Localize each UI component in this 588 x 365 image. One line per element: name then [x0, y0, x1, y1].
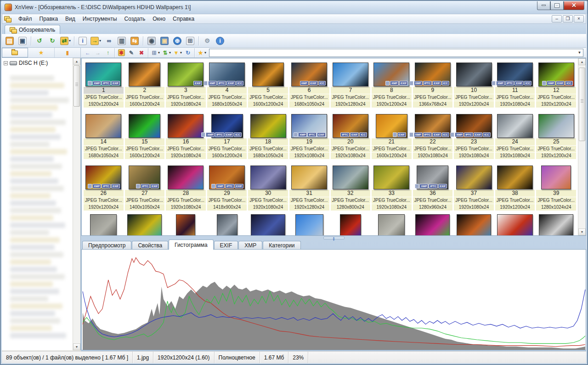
thumbnail-cell[interactable] [84, 214, 124, 235]
thumbnail-image[interactable]: XMPIPTCEXIFICC [454, 111, 494, 138]
thumbnail-cell[interactable] [207, 214, 247, 235]
thumbnail-cell[interactable]: XMPIPTCEXIF1JPEG TrueColor...1920x1200x2… [84, 60, 124, 111]
mdi-restore-button[interactable]: ❐ [563, 15, 573, 23]
menu-item-5[interactable]: Окно [149, 14, 169, 23]
thumbnail-image[interactable] [125, 60, 165, 86]
thumbnail-image[interactable]: IPTCEXIF [125, 163, 165, 189]
settings-button[interactable]: ⚙ [201, 35, 213, 46]
thumbnail-cell[interactable]: 31JPEG TrueColor...1920x1280x24 [289, 163, 329, 214]
slideshow-button[interactable]: ▣ [158, 35, 170, 46]
thumbnail-cell[interactable]: XMPIPTCEXIFICC17JPEG TrueColor...1600x12… [207, 111, 247, 162]
thumbnail-cell[interactable] [454, 214, 494, 235]
thumbnail-image[interactable]: XMPEXIFICC [289, 60, 329, 86]
folders-tab[interactable] [2, 48, 28, 57]
new-folder-button[interactable]: ✱ [116, 48, 126, 57]
thumbnail-cell[interactable] [495, 214, 535, 235]
tab-browser[interactable]: Обозреватель [5, 25, 60, 34]
splitter-grip-icon[interactable]: ▲▼ [323, 236, 345, 240]
thumbnail-cell[interactable]: 18JPEG TrueColor...1680x1050x24 [248, 111, 288, 162]
delete-button[interactable]: ✖ [136, 48, 147, 57]
menu-item-0[interactable]: Файл [15, 14, 36, 23]
thumbnail-cell[interactable]: XMPEXIF8JPEG TrueColor...1920x1200x24 [372, 60, 412, 111]
file-info-button[interactable]: i [77, 35, 89, 46]
thumbnail-cell[interactable]: XMPIPTCEXIF19JPEG TrueColor...1920x1080x… [289, 111, 329, 162]
thumbnail-cell[interactable]: 10JPEG TrueColor...1920x1200x24 [454, 60, 494, 111]
thumbnail-image[interactable]: XMPIPTCEXIF [84, 60, 124, 86]
thumbnail-image[interactable]: IPTCEXIFICC [331, 111, 371, 138]
search-button[interactable]: ∞ [103, 35, 115, 46]
thumbnail-cell[interactable]: 37JPEG TrueColor...1920x1080x24 [454, 163, 494, 214]
capture-button[interactable]: ◉ [146, 35, 158, 46]
thumbnail-image[interactable]: EXIF [372, 111, 412, 138]
info-button[interactable]: i [214, 35, 226, 46]
close-button[interactable]: ✕ [564, 1, 584, 10]
thumbnail-cell[interactable]: EXIF21JPEG TrueColor...1600x1200x24 [372, 111, 412, 162]
thumbnail-image[interactable] [372, 214, 412, 235]
thumbnail-image[interactable] [536, 214, 576, 235]
thumbnail-cell[interactable]: 30JPEG TrueColor...1920x1080x24 [248, 163, 288, 214]
thumbnail-image[interactable]: XMPIPTCEXIFICC [495, 60, 535, 86]
thumbnail-image[interactable] [248, 60, 288, 86]
back-button[interactable]: ← [83, 48, 93, 57]
thumbnail-cell[interactable] [536, 214, 576, 235]
tree-item-disc-h[interactable]: DISC H (E:) [2, 58, 80, 68]
thumbnail-image[interactable] [166, 163, 206, 189]
thumbnail-image[interactable] [536, 111, 576, 138]
thumbnail-cell[interactable]: EXIF3JPEG TrueColor...1920x1080x24 [166, 60, 206, 111]
grid-vertical-scrollbar[interactable]: ▲ ▼ [578, 58, 586, 235]
thumbnail-cell[interactable]: XMPIPTCEXIF29JPEG TrueColor...1418x900x2… [207, 163, 247, 214]
thumbnail-image[interactable] [289, 163, 329, 189]
thumbnail-cell[interactable]: 15JPEG TrueColor...1600x1200x24 [125, 111, 165, 162]
open-with-button[interactable]: →▾ [90, 35, 102, 46]
info-tab-гистограмма[interactable]: Гистограмма [169, 240, 213, 250]
view-mode-button[interactable]: ⊞▾ [150, 48, 161, 57]
thumbnail-image[interactable]: XMPIPTCEXIF [207, 163, 247, 189]
thumbnail-image[interactable] [248, 163, 288, 189]
thumbnail-image[interactable]: XMPIPTCEXIFICC [207, 111, 247, 138]
thumbnail-image[interactable] [454, 163, 494, 189]
refresh-button[interactable]: ↻ [183, 48, 193, 57]
thumbnail-cell[interactable]: XMPIPTCEXIFICC4JPEG TrueColor...1680x105… [207, 60, 247, 111]
convert-button[interactable]: ⇆ [129, 35, 141, 46]
thumbnail-image[interactable] [495, 214, 535, 235]
thumbnail-cell[interactable] [331, 214, 371, 235]
scroll-down-icon[interactable]: ▼ [73, 343, 80, 350]
menu-item-4[interactable]: Создать [121, 14, 149, 23]
thumbnail-cell[interactable] [166, 214, 206, 235]
thumbnail-cell[interactable]: XMPEXIFICC12JPEG TrueColor...1920x1200x2… [536, 60, 576, 111]
thumbnail-image[interactable] [454, 60, 494, 86]
thumbnail-cell[interactable] [248, 214, 288, 235]
thumbnail-image[interactable]: XMPIPTCEXIF [289, 111, 329, 138]
thumbnail-cell[interactable]: XMPIPTCEXIFICC9JPEG TrueColor...1366x768… [413, 60, 453, 111]
tree-vertical-scrollbar[interactable]: ▲ ▼ [73, 58, 80, 350]
address-combobox[interactable]: ▼ [209, 49, 583, 57]
thumbnail-cell[interactable]: XMPIPTCEXIFICC23JPEG TrueColor...1920x10… [454, 111, 494, 162]
title-bar[interactable]: XnView - [Обозреватель - E:\DISC D\Wallp… [1, 1, 587, 14]
panel-splitter[interactable]: ▲▼ [81, 236, 586, 240]
sort-button[interactable]: ⇅▾ [161, 48, 172, 57]
thumbnail-image[interactable]: XMPIPTCEXIFICC [413, 60, 453, 86]
filter-button[interactable]: ▼▾ [172, 48, 183, 57]
thumbnail-image[interactable] [495, 111, 535, 138]
grid-scroll-up-icon[interactable]: ▲ [578, 58, 586, 65]
thumbnail-cell[interactable]: IPTCEXIFICC20JPEG TrueColor...1920x1080x… [331, 111, 371, 162]
menu-item-6[interactable]: Справка [169, 14, 198, 23]
up-button[interactable]: ↑ [103, 48, 113, 57]
thumbnail-cell[interactable]: 14JPEG TrueColor...1680x1050x24 [84, 111, 124, 162]
thumbnail-image[interactable]: XMPIPTCEXIF [84, 163, 124, 189]
fullscreen-button[interactable]: ▣ [17, 35, 28, 46]
thumbnail-cell[interactable]: XMPIPTCEXIF36JPEG TrueColor...1280x960x2… [413, 163, 453, 214]
thumbnail-image[interactable] [248, 214, 288, 235]
favorites-button[interactable]: ★▾ [196, 48, 207, 57]
rotate-right-button[interactable]: ↻ [46, 35, 58, 46]
forward-button[interactable]: → [93, 48, 103, 57]
thumbnail-cell[interactable]: 25JPEG TrueColor...1920x1200x24 [536, 111, 576, 162]
thumbnail-image[interactable] [125, 214, 165, 235]
info-tab-предпросмотр[interactable]: Предпросмотр [82, 241, 131, 250]
thumbnail-image[interactable] [495, 163, 535, 189]
mdi-close-button[interactable]: × [574, 15, 584, 23]
thumbnail-image[interactable] [331, 60, 371, 86]
thumbnail-cell[interactable] [413, 214, 453, 235]
thumbnail-cell[interactable]: 32JPEG TrueColor...1280x800x24 [331, 163, 371, 214]
rename-button[interactable]: ✎ [126, 48, 136, 57]
